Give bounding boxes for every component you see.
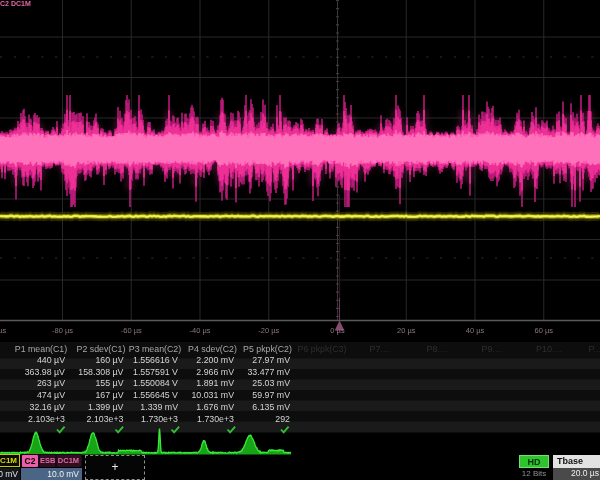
svg-text:1.676 mV: 1.676 mV [196, 402, 234, 412]
svg-text:440 µV: 440 µV [37, 355, 65, 365]
svg-text:158.308 µV: 158.308 µV [78, 367, 123, 377]
svg-text:1.556616 V: 1.556616 V [133, 355, 178, 365]
svg-text:59.97 mV: 59.97 mV [252, 390, 290, 400]
svg-text:20 µs: 20 µs [397, 326, 416, 335]
svg-text:2.200 mV: 2.200 mV [196, 355, 234, 365]
svg-text:1.730e+3: 1.730e+3 [197, 414, 234, 424]
svg-text:P2 sdev(C1): P2 sdev(C1) [77, 344, 126, 354]
svg-text:-40 µs: -40 µs [190, 326, 211, 335]
svg-text:1.550084 V: 1.550084 V [133, 378, 178, 388]
svg-text:2.103e+3: 2.103e+3 [28, 414, 65, 424]
svg-text:0 µs: 0 µs [330, 326, 345, 335]
svg-text:27.97 mV: 27.97 mV [252, 355, 290, 365]
svg-text:60 µs: 60 µs [535, 326, 554, 335]
svg-text:P....: P.... [589, 344, 600, 354]
svg-text:160 µV: 160 µV [95, 355, 123, 365]
svg-text:292: 292 [275, 414, 290, 424]
svg-text:-60 µs: -60 µs [121, 326, 142, 335]
svg-text:167 µV: 167 µV [95, 390, 123, 400]
svg-text:155 µV: 155 µV [95, 378, 123, 388]
svg-text:P5 pkpk(C2): P5 pkpk(C2) [243, 344, 292, 354]
svg-text:P10....: P10.... [536, 344, 562, 354]
svg-text:1.730e+3: 1.730e+3 [141, 414, 178, 424]
svg-text:1.557591 V: 1.557591 V [133, 367, 178, 377]
svg-text:1.339 mV: 1.339 mV [140, 402, 178, 412]
svg-text:P9....: P9.... [481, 344, 502, 354]
svg-text:474 µV: 474 µV [37, 390, 65, 400]
svg-text:32.16 µV: 32.16 µV [30, 402, 66, 412]
svg-text:1.399 µV: 1.399 µV [88, 402, 124, 412]
svg-text:2.103e+3: 2.103e+3 [87, 414, 124, 424]
svg-text:P7....: P7.... [369, 344, 390, 354]
svg-text:P4 sdev(C2): P4 sdev(C2) [188, 344, 237, 354]
svg-text:C2 DC1M: C2 DC1M [0, 0, 31, 7]
svg-text:P8....: P8.... [426, 344, 447, 354]
svg-text:1.556645 V: 1.556645 V [133, 390, 178, 400]
svg-text:6.135 mV: 6.135 mV [252, 402, 290, 412]
svg-text:P6 pkpk(C3): P6 pkpk(C3) [298, 344, 347, 354]
svg-text:-20 µs: -20 µs [258, 326, 279, 335]
svg-text:363.98 µV: 363.98 µV [25, 367, 65, 377]
svg-text:263 µV: 263 µV [37, 378, 65, 388]
svg-text:40 µs: 40 µs [466, 326, 485, 335]
svg-text:2.966 mV: 2.966 mV [196, 367, 234, 377]
svg-text:33.477 mV: 33.477 mV [247, 367, 290, 377]
svg-text:-100 µs: -100 µs [0, 326, 7, 335]
svg-text:10.031 mV: 10.031 mV [191, 390, 234, 400]
svg-text:1.891 mV: 1.891 mV [196, 378, 234, 388]
svg-text:25.03 mV: 25.03 mV [252, 378, 290, 388]
svg-text:P1 mean(C1): P1 mean(C1) [15, 344, 67, 354]
svg-text:-80 µs: -80 µs [52, 326, 73, 335]
svg-text:P3 mean(C2): P3 mean(C2) [129, 344, 181, 354]
